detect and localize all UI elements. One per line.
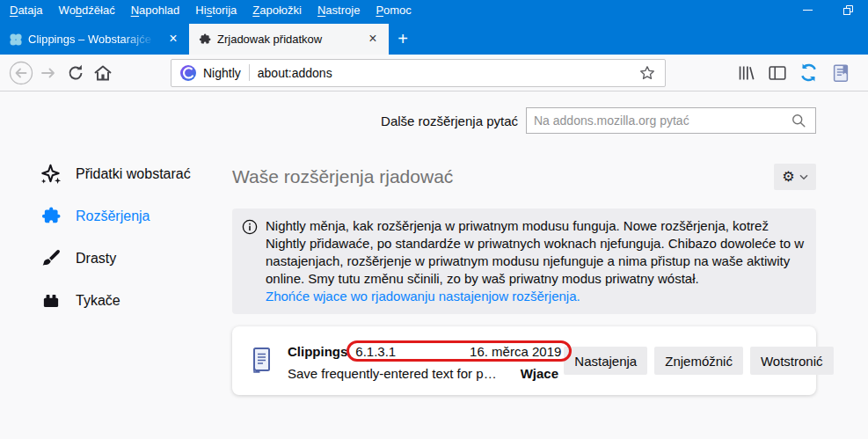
bookmark-page-icon [830, 62, 851, 84]
addons-content: Waše rozšěrjenja rjadować ⚙ Nightly měnj… [232, 161, 816, 395]
sync-extension-button[interactable] [795, 60, 822, 86]
menu-file[interactable]: Dataja [2, 2, 51, 18]
restore-icon [841, 3, 855, 17]
notice-learn-more-link[interactable]: Zhońće wjace wo rjadowanju nastajenjow r… [266, 288, 804, 305]
preferences-button[interactable]: Nastajenja [564, 347, 647, 375]
menu-bookmarks[interactable]: Zapołožki [244, 2, 310, 18]
private-browsing-notice: Nightly měnja, kak rozšěrjenja w priwatn… [232, 209, 816, 314]
home-icon [92, 62, 113, 84]
sidebar-item-label: Drasty [76, 251, 116, 267]
menu-history[interactable]: Historija [187, 2, 244, 18]
version-date-box: 6.1.3.1 16. měrca 2019 [353, 344, 564, 359]
tab-bar: Clippings – Wobstarajće sej rozš × Zrjad… [0, 19, 868, 55]
extension-description: Save frequently-entered text for p… [288, 366, 497, 381]
toolbar-right [732, 60, 861, 86]
forward-button[interactable] [34, 60, 62, 86]
restore-button[interactable] [828, 0, 868, 19]
identity-box[interactable]: Nightly [179, 64, 249, 82]
forward-icon [38, 62, 59, 84]
notice-body: Nightly měnja, kak rozšěrjenja w priwatn… [266, 217, 804, 305]
extension-buttons: Nastajenja Znjemóžnić Wotstronić [564, 347, 833, 375]
tab-close-icon[interactable]: × [364, 31, 382, 48]
extension-version: 6.1.3.1 [355, 344, 396, 359]
sync-icon [798, 62, 820, 84]
url-text: about:addons [258, 66, 638, 80]
addons-search-box[interactable] [526, 107, 816, 134]
tab-addons-manager[interactable]: Zrjadowak přidatkow × [189, 24, 389, 55]
search-icon[interactable] [790, 112, 808, 130]
extension-updated-date: 16. měrca 2019 [470, 344, 561, 359]
sidebars-icon [767, 62, 788, 84]
menu-edit[interactable]: Wobdźěłać [51, 2, 123, 18]
window-controls [787, 0, 868, 19]
navigation-toolbar: Nightly about:addons [0, 55, 868, 91]
url-separator [249, 64, 250, 81]
minimize-button[interactable] [787, 0, 828, 19]
back-icon [9, 61, 33, 85]
reload-icon [65, 62, 86, 84]
disable-button[interactable]: Znjemóžnić [654, 347, 743, 375]
gear-icon: ⚙ [782, 170, 794, 184]
bookmark-star-icon[interactable] [638, 63, 657, 83]
clippings-site-icon [9, 33, 23, 47]
minimize-icon [803, 10, 813, 11]
home-button[interactable] [89, 60, 116, 86]
reload-button[interactable] [62, 60, 89, 86]
page-title: Waše rozšěrjenja rjadować [232, 166, 453, 187]
menu-tools[interactable]: Nastroje [310, 2, 368, 18]
recommendations-icon [40, 163, 62, 186]
url-bar[interactable]: Nightly about:addons [171, 59, 666, 87]
puzzle-piece-icon [198, 33, 212, 47]
identity-label: Nightly [203, 66, 241, 80]
extension-title-row: Clippings 6.1.3.1 16. měrca 2019 [288, 341, 564, 362]
menu-help[interactable]: Pomoc [368, 2, 419, 18]
sidebar-item-label: Tykače [76, 293, 120, 309]
tab-close-icon[interactable]: × [164, 31, 182, 48]
extension-name: Clippings [288, 344, 347, 359]
sidebar-item-extensions[interactable]: Rozšěrjenja [0, 195, 232, 238]
extension-info: Clippings 6.1.3.1 16. měrca 2019 Save fr… [288, 341, 564, 381]
tools-for-all-addons-button[interactable]: ⚙ [774, 164, 816, 190]
clippings-extension-button[interactable] [827, 60, 854, 86]
addons-search-row: Dalše rozšěrjenja pytać [381, 107, 816, 134]
nightly-logo-icon [179, 64, 197, 82]
library-button[interactable] [732, 60, 759, 86]
menu-bar: Dataja Wobdźěłać Napohlad Historija Zapo… [0, 0, 868, 19]
info-icon [242, 219, 258, 235]
addons-sidebar: Přidatki wobstarać Rozšěrjenja Drasty [0, 153, 232, 322]
tab-title: Clippings – Wobstarajće sej rozš [28, 33, 159, 46]
sidebars-button[interactable] [763, 60, 791, 86]
remove-button[interactable]: Wotstronić [750, 347, 834, 375]
plugins-icon [40, 289, 62, 312]
search-label: Dalše rozšěrjenja pytać [381, 113, 518, 128]
sidebar-item-label: Přidatki wobstarać [76, 166, 191, 182]
tab-clippings-amo[interactable]: Clippings – Wobstarajće sej rozš × [0, 24, 189, 55]
sidebar-item-discover[interactable]: Přidatki wobstarać [0, 153, 232, 195]
menu-view[interactable]: Napohlad [123, 2, 188, 18]
sidebar-item-themes[interactable]: Drasty [0, 238, 232, 280]
new-tab-button[interactable]: + [389, 24, 417, 55]
notice-text: Nightly měnja, kak rozšěrjenja w priwatn… [266, 218, 804, 286]
library-icon [735, 62, 756, 84]
more-link[interactable]: Wjace [521, 366, 558, 381]
tab-title: Zrjadowak přidatkow [217, 33, 359, 46]
sidebar-item-plugins[interactable]: Tykače [0, 280, 232, 322]
chevron-down-icon [799, 174, 808, 180]
clippings-addon-icon [246, 346, 276, 376]
addons-page: Dalše rozšěrjenja pytać Přidatki wobstar… [0, 92, 868, 439]
themes-brush-icon [40, 247, 62, 270]
sidebar-item-label: Rozšěrjenja [76, 209, 150, 224]
heading-row: Waše rozšěrjenja rjadować ⚙ [232, 161, 816, 193]
extensions-puzzle-icon [40, 205, 62, 228]
back-button[interactable] [7, 60, 34, 86]
extension-subtitle-row: Save frequently-entered text for p… Wjac… [288, 366, 564, 381]
search-input[interactable] [534, 113, 790, 128]
extension-card-clippings: Clippings 6.1.3.1 16. měrca 2019 Save fr… [232, 326, 816, 395]
